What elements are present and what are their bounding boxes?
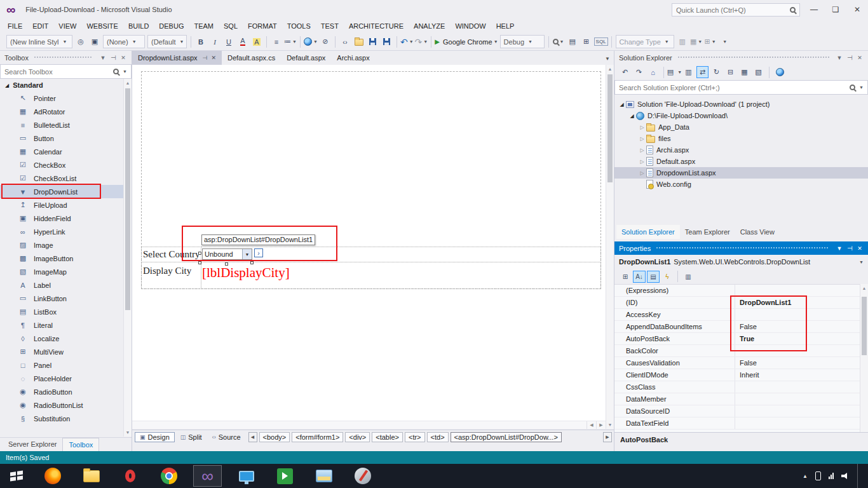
- show-desktop-button[interactable]: [857, 464, 862, 488]
- tree-item-files[interactable]: ▷ files: [614, 133, 868, 144]
- underline-button[interactable]: U: [222, 35, 235, 49]
- menu-window[interactable]: WINDOW: [450, 19, 491, 33]
- inline-style-combo[interactable]: (New Inline Styl▼: [6, 35, 72, 48]
- view-in-browser-icon[interactable]: [774, 66, 786, 78]
- taskbar-libraries[interactable]: [304, 464, 343, 488]
- save-button[interactable]: [367, 35, 379, 49]
- taskbar-visual-studio[interactable]: ∞: [188, 464, 227, 488]
- toolbox-item-radiobuttonlist[interactable]: ◉RadioButtonList: [0, 398, 132, 412]
- menu-team[interactable]: TEAM: [189, 19, 219, 33]
- drag-grip[interactable]: [34, 56, 93, 59]
- toolbox-item-calendar[interactable]: ▦Calendar: [0, 145, 132, 158]
- toolbox-item-checkbox[interactable]: ☑CheckBox: [0, 158, 132, 172]
- pin-icon[interactable]: ⊤: [846, 243, 853, 254]
- scrollbar-thumb[interactable]: [862, 297, 867, 355]
- toolbox-item-hyperlink[interactable]: ∞HyperLink: [0, 225, 132, 238]
- selection-handle[interactable]: [250, 261, 254, 264]
- font-color-button[interactable]: A: [236, 35, 249, 49]
- volume-tray-icon[interactable]: [841, 472, 850, 480]
- restore-button[interactable]: ❏: [825, 0, 846, 19]
- categorized-icon[interactable]: ⊞: [619, 271, 632, 283]
- menu-file[interactable]: FILE: [3, 19, 27, 33]
- taskbar-media-player[interactable]: [266, 464, 304, 488]
- breadcrumb-td[interactable]: <td>: [427, 432, 449, 442]
- menu-format[interactable]: FORMAT: [243, 19, 282, 33]
- breadcrumb-tr[interactable]: <tr>: [405, 432, 425, 442]
- class-combo[interactable]: (None)▼: [103, 35, 145, 48]
- start-debug-button[interactable]: ▶ Google Chrome ▼: [435, 35, 498, 49]
- tab-solution-explorer[interactable]: Solution Explorer: [616, 225, 680, 239]
- taskbar-file-explorer[interactable]: [72, 464, 111, 488]
- toolbox-item-linkbutton[interactable]: ▭LinkButton: [0, 292, 132, 305]
- change-type-combo[interactable]: Change Type▼: [616, 35, 674, 48]
- toolbar-overflow-button[interactable]: ▼: [718, 35, 731, 49]
- dropdownlist-control[interactable]: Unbound ▼: [202, 248, 252, 260]
- tab-archi-aspx[interactable]: Archi.aspx: [331, 51, 375, 65]
- close-icon[interactable]: ✕: [211, 55, 216, 61]
- tree-item-archi-aspx[interactable]: ▷ Archi.aspx: [614, 144, 868, 156]
- toolbox-item-imagebutton[interactable]: ▩ImageButton: [0, 252, 132, 265]
- toolbox-item-dropdownlist[interactable]: ▼DropDownList: [0, 185, 132, 198]
- list-format-button[interactable]: ≔▼: [284, 35, 297, 49]
- window-position-icon[interactable]: ▼: [98, 55, 108, 61]
- toolbox-section-standard[interactable]: ◢ Standard: [0, 79, 132, 92]
- pending-changes-filter-icon[interactable]: ▥: [682, 66, 695, 78]
- toolbox-header[interactable]: Toolbox ▼ ⊤ ✕: [0, 51, 132, 64]
- scroll-up-icon[interactable]: ▲: [124, 79, 132, 87]
- browse-button[interactable]: ▼: [304, 35, 318, 49]
- menu-view[interactable]: VIEW: [53, 19, 81, 33]
- toolbox-item-hiddenfield[interactable]: ▣HiddenField: [0, 212, 132, 225]
- scroll-left-icon[interactable]: ◀: [587, 421, 596, 429]
- solution-explorer-search[interactable]: ▼: [614, 80, 868, 95]
- attach-icon[interactable]: ▤: [566, 35, 579, 49]
- taskbar-ccleaner[interactable]: [343, 464, 382, 488]
- toolbox-item-panel[interactable]: □Panel: [0, 358, 132, 372]
- toolbox-item-image[interactable]: ▨Image: [0, 238, 132, 252]
- tab-team-explorer[interactable]: Team Explorer: [680, 225, 735, 239]
- hidden-icons-button[interactable]: ▲: [803, 473, 808, 479]
- collapsed-arrow-icon[interactable]: ▷: [639, 147, 646, 153]
- taskbar-opera[interactable]: [111, 464, 149, 488]
- breadcrumb-table[interactable]: <table>: [372, 432, 403, 442]
- menu-tools[interactable]: TOOLS: [282, 19, 316, 33]
- tab-dropdownlist-aspx[interactable]: DropdownList.aspx ⊤ ✕: [132, 51, 222, 65]
- scroll-right-icon[interactable]: ▶: [596, 421, 606, 429]
- non-breaking-space-button[interactable]: ⊘: [319, 35, 332, 49]
- configuration-combo[interactable]: Debug▼: [500, 35, 545, 48]
- drag-grip[interactable]: [656, 247, 829, 250]
- close-button[interactable]: ✕: [846, 0, 868, 19]
- menu-sql[interactable]: SQL: [219, 19, 243, 33]
- solution-explorer-search-input[interactable]: [619, 84, 850, 92]
- scrollbar-thumb[interactable]: [125, 88, 130, 310]
- toolbox-item-label[interactable]: ALabel: [0, 278, 132, 292]
- properties-header[interactable]: Properties ▼ ⊤ ✕: [614, 241, 868, 255]
- key-icon[interactable]: ▥: [676, 35, 689, 49]
- menu-help[interactable]: HELP: [491, 19, 520, 33]
- smart-tag-button[interactable]: ›: [254, 248, 263, 257]
- save-all-button[interactable]: [381, 35, 393, 49]
- breadcrumb-form[interactable]: <form#form1>: [292, 432, 343, 442]
- tab-default-aspx[interactable]: Default.aspx: [281, 51, 331, 65]
- relationships-icon[interactable]: ▦▼: [690, 35, 703, 49]
- toolbox-item-listbox[interactable]: ▤ListBox: [0, 305, 132, 318]
- scrollbar-thumb[interactable]: [607, 74, 613, 182]
- style-sheet-icon[interactable]: ▣: [88, 35, 101, 49]
- breadcrumb-body[interactable]: <body>: [259, 432, 290, 442]
- network-tray-icon[interactable]: [829, 473, 834, 479]
- tree-item-project[interactable]: ◢ D:\File-Upload-Download\: [614, 110, 868, 121]
- toolbox-item-bulletedlist[interactable]: ≡BulletedList: [0, 118, 132, 132]
- toolbox-item-adrotator[interactable]: ▦AdRotator: [0, 105, 132, 118]
- tree-item-default-aspx[interactable]: ▷ Default.aspx: [614, 156, 868, 167]
- window-position-icon[interactable]: ▼: [834, 245, 844, 252]
- selection-handle[interactable]: [198, 252, 201, 255]
- menu-analyze[interactable]: ANALYZE: [409, 19, 450, 33]
- breadcrumb-dropdownlist[interactable]: <asp:DropDownList#DropDow...>: [451, 432, 562, 442]
- italic-button[interactable]: I: [208, 35, 221, 49]
- quick-launch-field[interactable]: [676, 6, 790, 14]
- toolbox-item-literal[interactable]: ¶Literal: [0, 318, 132, 332]
- pin-icon[interactable]: ⊤: [110, 53, 117, 63]
- close-icon[interactable]: ✕: [855, 55, 865, 61]
- window-position-icon[interactable]: ▼: [834, 55, 844, 61]
- tab-class-view[interactable]: Class View: [735, 225, 780, 239]
- close-icon[interactable]: ✕: [118, 55, 128, 61]
